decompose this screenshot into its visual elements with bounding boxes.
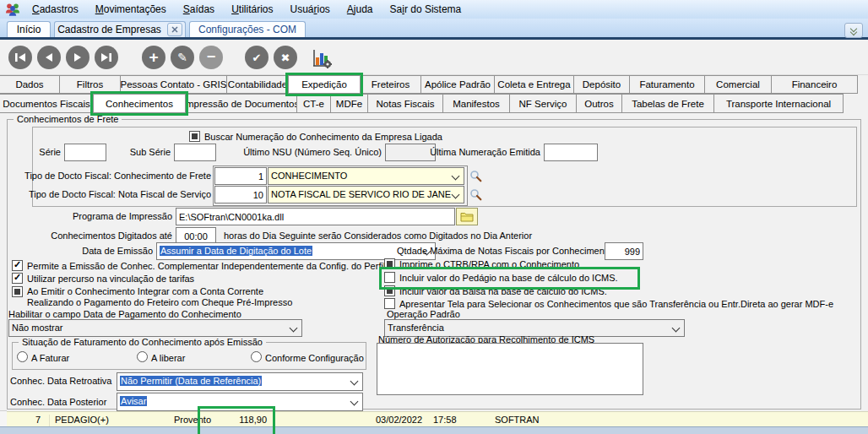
imprime-ctrb-label: Imprime o CTRB/RPA com o Conhecimento [399,259,579,269]
tab-tabelas-frete[interactable]: Tabelas de Frete [621,94,714,113]
serie-input[interactable] [64,144,106,161]
tab-documentos-fiscais[interactable]: Documentos Fiscais [0,94,94,113]
confirm-button[interactable]: ✔ [245,46,269,69]
autorizacao-textarea[interactable] [377,343,643,395]
permite-emissao-label: Permite a Emissão de Conhec. Complementa… [27,261,385,271]
permite-emissao-checkbox[interactable] [12,260,23,271]
tipo-docto-conhec-combo[interactable]: CONHECIMENTO [268,167,464,185]
close-tab-icon[interactable] [167,23,182,36]
digitados-label: Conhecimentos Digitados até [51,231,172,241]
buscar-numeracao-checkbox[interactable] [189,131,200,142]
window-tab-cadastro-empresas[interactable]: Cadastro de Empresas [54,21,186,37]
a-liberar-label: A liberar [151,353,185,363]
ultima-numeracao-input[interactable] [544,144,598,161]
tab-apolice-padrao[interactable]: Apólice Padrão [420,75,495,94]
tab-impressao-documentos[interactable]: Impressão de Documentos [185,94,297,113]
conta-corrente-label-line2: Realizando o Pagamento do Freteiro com C… [27,297,292,307]
next-record-button[interactable] [66,46,90,69]
ultima-numeracao-label: Última Numeração Emitida [430,147,540,157]
menu-item-ajuda[interactable]: Ajuda [339,1,382,18]
tab-contabilidade[interactable]: Contabilidade [226,75,289,94]
menu-bar: Cadastros Movimentações Saídas Utilitári… [0,0,868,19]
posterior-label: Conhec. Data Posterior [10,397,106,407]
utilizar-percurso-checkbox[interactable] [12,273,23,284]
tab-comercial[interactable]: Comercial [704,75,772,94]
groupbox-title: Conhecimentos de Frete [14,114,122,124]
search-icon[interactable] [468,187,483,202]
config-tab-row-1: Dados Filtros Pessoas Contato - GRIS Con… [0,75,858,94]
toolbar: + ✎ − ✔ ✖ [0,40,868,75]
tab-freteiros[interactable]: Freteiros [360,75,421,94]
conforme-configuracao-label: Conforme Configuração [265,353,364,363]
tipo-docto-conhec-label: Tipo de Docto Fiscal: Conhecimento de Fr… [24,171,211,181]
delete-record-button[interactable]: − [199,46,223,69]
tab-financeiro[interactable]: Financeiro [771,75,858,94]
pedagio-icms-checkbox[interactable] [384,272,395,283]
posterior-combo[interactable]: Avisar [117,393,363,411]
previous-record-button[interactable] [37,46,61,69]
ultimo-nsu-input [385,144,436,161]
cancel-button[interactable]: ✖ [274,46,297,69]
a-faturar-label: A Faturar [31,353,69,363]
data-emissao-combo[interactable]: Assumir a Data de Digitação do Lote [156,242,436,260]
insert-record-button[interactable]: + [142,46,165,69]
tab-transporte-internacional[interactable]: Transporte Internacional [713,94,844,113]
conforme-configuracao-radio[interactable] [251,351,262,362]
tab-notas-fiscais[interactable]: Notas Fiscais [367,94,443,113]
tab-dados[interactable]: Dados [0,75,60,94]
a-faturar-radio[interactable] [17,351,28,362]
tab-pessoas-contato-gris[interactable]: Pessoas Contato - GRIS [120,75,227,94]
tab-mdfe[interactable]: MDFe [330,94,368,113]
programa-impressao-input[interactable] [176,208,455,225]
apresentar-tela-label: Apresentar Tela para Selecionar os Conhe… [399,299,833,309]
grid-cell-name: PEDAGIO(+) [55,415,109,425]
tab-nf-servico[interactable]: NF Serviço [509,94,577,113]
menu-item-movimentacoes[interactable]: Movimentações [87,1,175,18]
edit-record-button[interactable]: ✎ [171,46,194,69]
window-tab-inicio[interactable]: Início [7,21,51,37]
search-icon[interactable] [468,168,483,183]
tipo-docto-conhec-code-input[interactable] [214,167,267,185]
qtde-max-input[interactable] [605,242,643,260]
qtde-max-label: Qtdade Máxima de Notas Fiscais por Conhe… [397,246,612,256]
tab-outros[interactable]: Outros [576,94,622,113]
retroativa-label: Conhec. Data Retroativa [10,376,111,386]
menu-item-saidas[interactable]: Saídas [175,1,223,18]
tab-conhecimentos[interactable]: Conhecimentos [93,94,186,113]
tab-filtros[interactable]: Filtros [59,75,121,94]
sub-serie-input[interactable] [174,144,216,161]
digitados-suffix-label: horas do Dia Seguinte serão Considerados… [224,231,532,241]
tab-list-chevron-icon[interactable] [844,23,863,38]
a-liberar-radio[interactable] [137,351,148,362]
tab-expedicao[interactable]: Expedição [288,75,361,94]
tab-cte[interactable]: CT-e [296,94,331,113]
apresentar-tela-checkbox[interactable] [384,298,395,309]
tab-deposito[interactable]: Depósito [573,75,630,94]
grid-cell-code: 7 [17,415,41,425]
tab-coleta-entrega[interactable]: Coleta e Entrega [494,75,574,94]
tipo-docto-nf-code-input[interactable] [214,186,267,203]
imprime-ctrb-checkbox[interactable] [384,258,395,269]
balsa-icms-checkbox[interactable] [384,285,395,296]
app-logo-people-icon [5,3,20,16]
habilitar-combo[interactable]: Não mostrar [8,319,302,337]
tipo-docto-nf-combo[interactable]: NOTA FISCAL DE SERVICO RIO DE JANE [268,186,464,203]
tab-manifestos[interactable]: Manifestos [442,94,510,113]
first-record-button[interactable] [8,46,32,69]
menu-item-cadastros[interactable]: Cadastros [24,1,87,18]
ultimo-nsu-label: Último NSU (Número Seq. Único) [243,147,382,157]
menu-item-utilitarios[interactable]: Utilitários [223,1,281,18]
last-record-button[interactable] [95,46,118,69]
tab-faturamento[interactable]: Faturamento [629,75,705,94]
chart-settings-icon[interactable] [309,46,334,71]
grid-cell-type: Provento [174,415,211,425]
menu-item-usuarios[interactable]: Usuários [281,1,338,18]
retroativa-combo[interactable]: Não Permitir (Data de Referência) [117,372,363,391]
grid-row-pedagio[interactable]: 7 PEDAGIO(+) Provento 118,90 03/02/2022 … [7,411,868,426]
sub-serie-label: Sub Série [130,147,171,157]
conta-corrente-checkbox[interactable] [12,286,23,297]
folder-browse-icon[interactable] [456,208,478,225]
window-tab-configuracoes-com[interactable]: Configurações - COM [189,21,306,37]
utilizar-percurso-label: Utilizar percurso na vinculação de tarif… [27,274,194,284]
menu-item-sair[interactable]: Sair do Sistema [382,1,470,18]
